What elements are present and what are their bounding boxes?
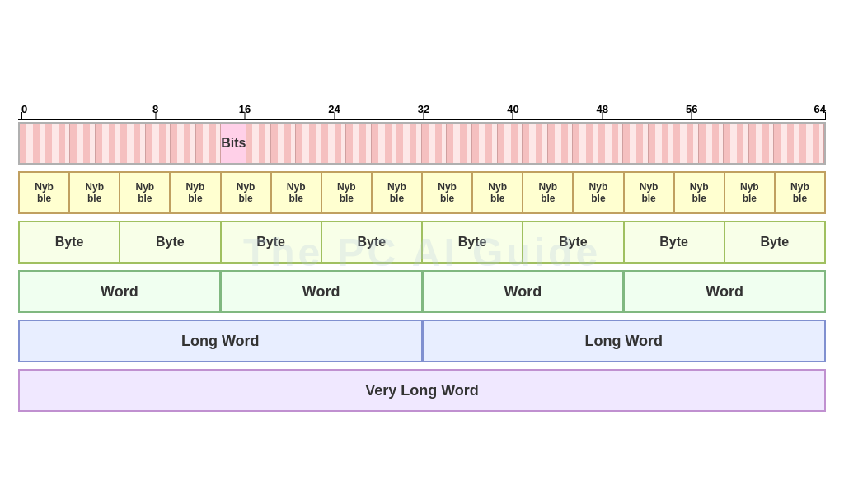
word-cell-0: Word <box>20 272 222 311</box>
bit-segment-20 <box>523 124 548 163</box>
bit-segment-22 <box>573 124 598 163</box>
bits-label: Bits <box>221 136 246 151</box>
bit-segment-1 <box>45 124 71 163</box>
bit-segment-27 <box>699 124 724 163</box>
bit-segment-12 <box>321 124 347 163</box>
ruler-mark-0: 0 <box>21 103 110 115</box>
bit-segment-7 <box>196 124 222 163</box>
ruler-line <box>18 119 826 120</box>
bit-segment-6 <box>171 124 196 163</box>
byte-cell-2: Byte <box>222 222 322 262</box>
bit-segment-5 <box>146 124 171 163</box>
nibble-row: NybbleNybbleNybbleNybbleNybbleNybbleNybb… <box>18 171 826 214</box>
nibble-cell-8: Nybble <box>423 173 473 212</box>
bit-segment-14 <box>372 124 397 163</box>
byte-cell-4: Byte <box>423 222 523 262</box>
nibble-cell-9: Nybble <box>473 173 523 212</box>
nibble-cell-14: Nybble <box>725 173 776 212</box>
nibble-cell-12: Nybble <box>625 173 675 212</box>
ruler-mark-40: 40 <box>468 103 557 115</box>
nibble-cell-3: Nybble <box>171 173 221 212</box>
nibble-cell-1: Nybble <box>70 173 120 212</box>
ruler-mark-24: 24 <box>289 103 378 115</box>
nibble-cell-2: Nybble <box>120 173 171 212</box>
longword-row: Long WordLong Word <box>18 320 826 362</box>
nibble-cell-0: Nybble <box>20 173 70 212</box>
verylongword-cell-0: Very Long Word <box>20 371 824 410</box>
bit-segment-11 <box>296 124 321 163</box>
ruler-mark-8: 8 <box>110 103 199 115</box>
longword-cell-1: Long Word <box>424 321 825 361</box>
bit-segment-23 <box>598 124 624 163</box>
bit-segment-3 <box>96 124 121 163</box>
ruler-mark-48: 48 <box>558 103 647 115</box>
word-cell-1: Word <box>222 272 424 311</box>
bit-segment-21 <box>548 124 574 163</box>
nibble-cell-15: Nybble <box>776 173 824 212</box>
diagram-container: The PC AI Guide 0816243240485664 Bits Ny… <box>10 76 834 428</box>
bit-segment-4 <box>120 124 146 163</box>
byte-cell-0: Byte <box>20 222 120 262</box>
bit-segment-9 <box>246 124 271 163</box>
bit-segment-10 <box>271 124 297 163</box>
bit-segment-8: Bits <box>221 124 246 163</box>
word-cell-3: Word <box>625 272 824 311</box>
bit-segment-26 <box>673 124 699 163</box>
bit-segment-13 <box>346 124 372 163</box>
bit-segment-18 <box>472 124 498 163</box>
ruler-mark-16: 16 <box>200 103 289 115</box>
bit-segment-17 <box>447 124 472 163</box>
bit-segment-0 <box>20 124 45 163</box>
nibble-cell-5: Nybble <box>272 173 322 212</box>
word-row: WordWordWordWord <box>18 270 826 313</box>
bit-segment-16 <box>422 124 448 163</box>
ruler-mark-32: 32 <box>379 103 468 115</box>
ruler-row: 0816243240485664 <box>18 92 826 115</box>
bits-row: Bits <box>18 122 826 165</box>
byte-cell-1: Byte <box>120 222 221 262</box>
word-cell-2: Word <box>424 272 626 311</box>
nibble-cell-7: Nybble <box>373 173 423 212</box>
byte-row: ByteByteByteByteByteByteByteByte <box>18 221 826 264</box>
verylongword-row: Very Long Word <box>18 369 826 412</box>
bit-segment-2 <box>70 124 96 163</box>
ruler-mark-56: 56 <box>647 103 736 115</box>
nibble-cell-13: Nybble <box>675 173 725 212</box>
ruler-marks: 0816243240485664 <box>21 103 826 115</box>
bit-segment-29 <box>749 124 775 163</box>
nibble-cell-6: Nybble <box>322 173 373 212</box>
byte-cell-3: Byte <box>322 222 423 262</box>
bit-segment-28 <box>724 124 749 163</box>
bit-segment-24 <box>623 124 649 163</box>
byte-cell-7: Byte <box>725 222 824 262</box>
bit-segment-30 <box>774 124 799 163</box>
bit-segment-15 <box>396 124 422 163</box>
bit-segment-31 <box>799 124 825 163</box>
nibble-cell-10: Nybble <box>523 173 574 212</box>
ruler-mark-64: 64 <box>737 103 826 115</box>
nibble-cell-11: Nybble <box>574 173 624 212</box>
bit-segment-19 <box>498 124 523 163</box>
byte-cell-6: Byte <box>625 222 725 262</box>
longword-cell-0: Long Word <box>20 321 424 361</box>
byte-cell-5: Byte <box>523 222 624 262</box>
bit-segment-25 <box>649 124 674 163</box>
nibble-cell-4: Nybble <box>222 173 272 212</box>
